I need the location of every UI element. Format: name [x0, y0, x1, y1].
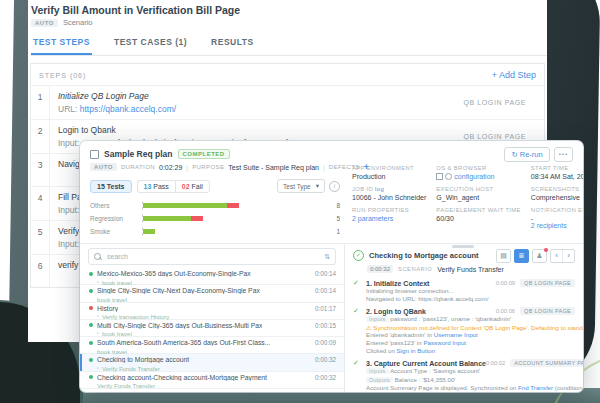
list-item[interactable]: History0:01:17▫Verify transaction Histor… — [80, 303, 344, 320]
list-view-icon[interactable]: ≣ — [514, 249, 529, 263]
test-name: History — [97, 305, 118, 312]
fail-count-chip[interactable]: 02 Fail — [175, 180, 210, 193]
text-segment: Navigated to URL: https://qbank.accelq.c… — [366, 295, 488, 302]
info-value-link[interactable]: 2 parameters — [352, 215, 393, 222]
info-label: START TIME — [531, 165, 583, 171]
inline-link[interactable]: https://qbank.accelq.com/ — [80, 104, 176, 114]
scenario-type-label: Scenario — [63, 18, 93, 27]
tab-results[interactable]: RESULTS — [209, 34, 256, 55]
list-item[interactable]: South America-South America-365 days Out… — [80, 337, 344, 354]
chart-value: 8 — [324, 202, 340, 209]
step-number: 5 — [31, 221, 50, 254]
step-number: 4 — [31, 187, 50, 220]
list-item[interactable]: Checking to Mortgage account0:00:32▫Veri… — [80, 354, 344, 371]
detail-title: Checking to Mortgage account — [369, 251, 479, 260]
step-pass-icon: ✓ — [353, 279, 366, 287]
info-value: -2 recipients — [531, 215, 583, 229]
defect-badge — [544, 248, 548, 252]
text-segment: Account Summary Page is displayed. Synch… — [366, 384, 518, 391]
text-segment: Balance : '$14,355.00' — [393, 376, 456, 383]
inline-link[interactable]: Fnd Transfer — [518, 384, 553, 391]
info-label: JOB ID log — [352, 186, 426, 192]
list-item[interactable]: Multi City-Single City-365 days Out-Busi… — [80, 320, 344, 337]
step-log-line: Inputs password : 'pass123', uname : 'qb… — [353, 315, 575, 324]
text-segment: password : 'pass123', uname : 'qbankadmi… — [389, 315, 512, 322]
pass-count-chip[interactable]: 13 Pass — [137, 180, 175, 193]
info-cell: OS & BROWSERconfiguration — [436, 165, 521, 180]
test-type-select[interactable]: Test Type▾ — [277, 179, 325, 193]
list-item[interactable]: Checking account-Checking account-Mortga… — [80, 372, 344, 389]
prev-icon[interactable]: ‹ — [551, 250, 562, 262]
steps-card-header: STEPS (06) + Add Step — [31, 64, 544, 85]
pass-bar-segment — [143, 229, 155, 234]
chart-value: 1 — [324, 228, 340, 235]
text-segment: Input: — [58, 239, 81, 249]
step-log-line: Account Summary Page is displayed. Synch… — [353, 384, 575, 392]
pass-dot-icon — [89, 341, 93, 345]
tag-icon: ▫ — [97, 366, 99, 371]
pass-label: Pass — [153, 183, 169, 190]
os-icon — [436, 173, 443, 180]
test-item-row: South America-South America-365 days Out… — [89, 339, 336, 346]
scenario-name: Verify Funds Transfer — [437, 266, 504, 273]
info-cell: RUN PROPERTIES2 parameters — [352, 207, 426, 229]
step-body: Initialize QB Login PageURL: https://qba… — [50, 86, 184, 119]
more-button[interactable]: ••• — [554, 147, 573, 162]
add-step-button[interactable]: + Add Step — [492, 70, 536, 80]
step-header: ✓2. Login to QBank0:00:06QB LOGIN PAGE — [353, 307, 575, 315]
search-bar[interactable]: ⇅ — [88, 248, 336, 265]
test-item-row: Mexico-Mexico-365 days Out-Economy-Singl… — [89, 270, 336, 277]
tab-test-steps[interactable]: TEST STEPS — [31, 34, 92, 55]
list-item[interactable]: Single City-Single City-Next Day-Economy… — [80, 285, 344, 302]
execution-steps: ✓1. Initialize Context0:00:09QB LOGIN PA… — [345, 279, 583, 392]
list-item[interactable]: Checking account-Credit card account-Mor… — [80, 389, 344, 392]
next-icon[interactable]: › — [562, 250, 574, 262]
table-row[interactable]: 1Initialize QB Login PageURL: https://qb… — [31, 85, 544, 119]
execution-step[interactable]: ✓3. Capture Current Account Balance0:00:… — [353, 359, 575, 392]
run-report-window: Sample Req plan COMPLETED ↻ Re-run ••• A… — [80, 141, 583, 392]
inline-link[interactable]: Sign in Button — [397, 347, 436, 354]
chart-category-label: Others — [90, 202, 142, 209]
fail-label: Fail — [192, 183, 203, 190]
page-title: Verify Bill Amount in Verification Bill … — [31, 4, 547, 16]
defects-icon[interactable]: ♟ — [532, 249, 547, 263]
inline-link[interactable]: Username Input — [434, 331, 478, 338]
step-header-right: 0:00:02ACCOUNT SUMMARY PAGE — [486, 359, 583, 367]
rerun-button[interactable]: ↻ Re-run — [504, 147, 549, 162]
execution-step[interactable]: ✓1. Initialize Context0:00:09QB LOGIN PA… — [353, 279, 575, 302]
test-name: Mexico-Mexico-365 days Out-Economy-Singl… — [97, 270, 251, 277]
text-segment: URL: — [58, 104, 80, 114]
step-log-line: Clicked on Sign in Button — [353, 347, 575, 355]
inline-link[interactable]: Password Input — [423, 339, 466, 346]
search-input[interactable] — [105, 252, 320, 261]
tests-count-chip[interactable]: 15 Tests — [90, 180, 132, 193]
separator: | — [323, 164, 325, 171]
tag-icon: ▫ — [97, 314, 99, 319]
fail-bar-segment — [191, 216, 203, 221]
execution-step[interactable]: ✓2. Login to QBank0:00:06QB LOGIN PAGEIn… — [353, 307, 575, 354]
info-value: Production — [352, 173, 426, 180]
sort-icon[interactable]: ⇅ — [324, 253, 330, 261]
purpose-value: Test Suite - Sample Req plan — [228, 164, 319, 171]
step-pass-icon: ✓ — [353, 307, 366, 315]
auto-badge: AUTO — [31, 19, 58, 27]
detail-duration: 0:00:32 — [367, 265, 393, 273]
pass-bar-segment — [143, 216, 191, 221]
step-duration: 0:00:06 — [496, 308, 515, 314]
test-list-panel: ⇅ Mexico-Mexico-365 days Out-Economy-Sin… — [80, 244, 345, 392]
run-meta-row: AUTO DURATION 0:02:29 | PURPOSE Test Sui… — [90, 163, 340, 171]
report-doc-icon[interactable]: ▤ — [496, 249, 511, 263]
tab-test-cases-1-[interactable]: TEST CASES (1) — [112, 34, 189, 55]
step-header-right: 0:00:09QB LOGIN PAGE — [496, 279, 575, 287]
info-label-link[interactable]: log — [375, 186, 384, 192]
test-name: Checking to Mortgage account — [97, 356, 189, 363]
info-value-link[interactable]: 2 recipients — [531, 222, 567, 229]
info-value-link[interactable]: configuration — [454, 173, 494, 180]
list-item[interactable]: Mexico-Mexico-365 days Out-Economy-Singl… — [80, 268, 344, 285]
pass-dot-icon — [89, 375, 93, 379]
chart-row: Others8 — [90, 201, 340, 210]
steps-count-label: STEPS (06) — [39, 72, 86, 79]
chart-row: Smoke1 — [90, 227, 340, 236]
step-number: 2 — [31, 120, 50, 153]
step-number: 6 — [31, 255, 50, 287]
